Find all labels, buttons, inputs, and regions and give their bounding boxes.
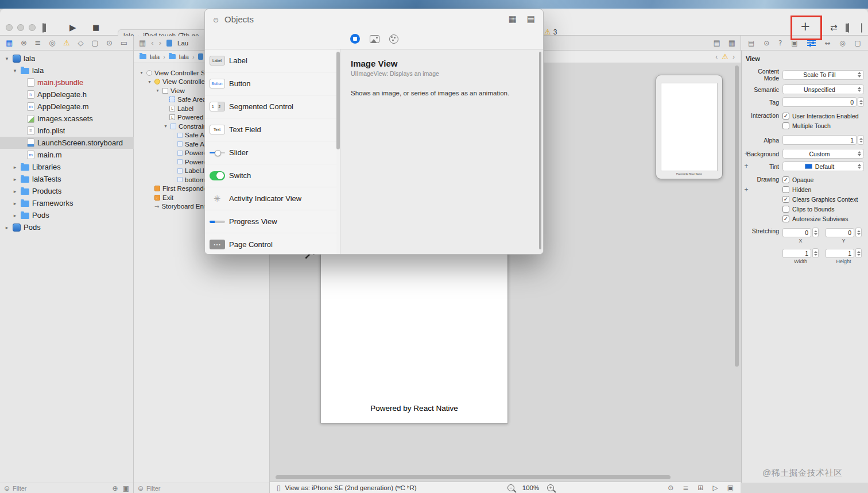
disclosure-icon[interactable]	[12, 164, 18, 170]
navigator-item-lalatests[interactable]: lalaTests	[0, 173, 134, 185]
grid-view-icon[interactable]: ▦	[509, 14, 517, 24]
navigator-item-appdelegate-m[interactable]: m AppDelegate.m	[0, 101, 134, 113]
next-issue-icon[interactable]: ›	[733, 53, 735, 61]
debug-navigator-icon[interactable]: ▢	[91, 38, 98, 47]
clips-to-bounds-checkbox[interactable]	[782, 206, 789, 213]
multiple-touch-checkbox[interactable]	[782, 122, 789, 129]
forward-icon[interactable]: ›	[159, 38, 161, 47]
object-item-segmented-control[interactable]: 1 2 Segmented Control	[205, 95, 336, 118]
navigator-item-products[interactable]: Products	[0, 185, 134, 197]
vertical-scrollbar[interactable]	[735, 66, 739, 367]
breakpoint-navigator-icon[interactable]: ⊙	[106, 38, 113, 47]
editor-options-icon[interactable]: ▦	[728, 38, 735, 47]
zoom-out-icon[interactable]	[507, 484, 514, 491]
stretching-x-field[interactable]: 0	[782, 228, 811, 237]
outline-filter-input[interactable]: Filter	[146, 485, 160, 492]
disclosure-icon[interactable]	[163, 124, 168, 129]
disclosure-icon[interactable]	[12, 201, 18, 206]
warning-status[interactable]: 3	[544, 28, 557, 36]
stop-button[interactable]	[92, 23, 99, 32]
project-navigator-icon[interactable]: ▦	[6, 38, 13, 47]
content-mode-select[interactable]: Scale To Fill	[782, 70, 864, 80]
navigator-item-libraries[interactable]: Libraries	[0, 161, 134, 173]
editor-list-icon[interactable]: ▤	[713, 38, 720, 47]
embed-icon[interactable]: ▣	[727, 484, 734, 492]
resolve-layout-icon[interactable]: ▷	[712, 484, 718, 492]
zoom-in-icon[interactable]	[547, 484, 554, 491]
tab-objects-icon[interactable]	[350, 34, 360, 44]
device-bezels-icon[interactable]	[277, 484, 281, 492]
semantic-select[interactable]: Unspecified	[782, 84, 864, 94]
user-interaction-checkbox[interactable]	[782, 113, 789, 120]
view-controller-canvas[interactable]: Powered by React Native	[320, 240, 508, 423]
recent-files-filter-icon[interactable]: ▣	[123, 484, 129, 492]
back-icon[interactable]: ‹	[151, 38, 153, 47]
history-inspector-icon[interactable]: ⊙	[764, 39, 769, 47]
view-as-label[interactable]: View as: iPhone SE (2nd generation) (ʷC …	[285, 484, 417, 491]
disclosure-icon[interactable]	[4, 56, 10, 61]
navigator-item-main-m[interactable]: m main.m	[0, 149, 134, 161]
accessibility-inspector-icon[interactable]: ▢	[855, 39, 861, 47]
add-constraints-icon[interactable]: ⊞	[698, 484, 703, 492]
tab-media-icon[interactable]	[370, 35, 379, 43]
powered-by-label[interactable]: Powered by React Native	[321, 404, 507, 413]
navigator-item-lala-project[interactable]: lala	[0, 52, 134, 64]
add-file-icon[interactable]: ⊕	[113, 484, 118, 492]
object-item-label[interactable]: Label Label	[205, 49, 336, 72]
run-button[interactable]	[69, 22, 76, 33]
breadcrumb-item[interactable]: lala	[179, 53, 189, 60]
stretching-width-field[interactable]: 1	[782, 249, 811, 258]
breadcrumb-item[interactable]: lala	[150, 53, 160, 60]
navigator-item-launchscreen-storyboard[interactable]: LaunchScreen.storyboard	[0, 137, 134, 149]
update-frames-icon[interactable]: ⊙	[668, 484, 673, 492]
size-inspector-icon[interactable]: ↔	[824, 39, 830, 47]
navigator-item-appdelegate-h[interactable]: h AppDelegate.h	[0, 88, 134, 101]
navigator-item-pods-project[interactable]: Pods	[0, 221, 134, 233]
clears-graphics-checkbox[interactable]	[782, 196, 789, 203]
symbol-navigator-icon[interactable]: ≡	[35, 38, 41, 47]
stretching-width-stepper[interactable]	[812, 248, 819, 258]
quick-help-icon[interactable]: ?	[778, 39, 782, 47]
disclosure-icon[interactable]	[4, 225, 10, 230]
test-navigator-icon[interactable]: ◇	[78, 38, 83, 47]
align-icon[interactable]: ≡	[683, 484, 688, 492]
navigator-toggle-icon[interactable]	[42, 24, 44, 32]
horizontal-scrollbar[interactable]	[276, 475, 671, 479]
add-variation-icon[interactable]: +	[743, 186, 749, 194]
connections-inspector-icon[interactable]: ◎	[839, 39, 845, 47]
disclosure-icon[interactable]	[12, 176, 18, 182]
object-item-slider[interactable]: Slider	[205, 141, 336, 164]
opaque-checkbox[interactable]	[782, 176, 789, 183]
object-item-button[interactable]: Button Button	[205, 72, 336, 95]
object-item-activity-indicator[interactable]: Activity Indicator View	[205, 187, 336, 210]
background-select[interactable]: Custom	[782, 149, 864, 159]
navigator-item-main-jsbundle[interactable]: main.jsbundle	[0, 76, 134, 88]
disclosure-icon[interactable]	[12, 68, 18, 74]
list-view-icon[interactable]: ▤	[527, 14, 535, 24]
tint-select[interactable]: Default	[782, 161, 864, 171]
object-item-progress-view[interactable]: Progress View	[205, 210, 336, 233]
related-items-icon[interactable]: ▦	[139, 38, 146, 47]
issue-navigator-icon[interactable]	[63, 38, 70, 47]
tab-launchscreen[interactable]: Lau	[177, 40, 188, 47]
inspector-toggle-icon[interactable]	[848, 24, 849, 32]
autoresize-subviews-checkbox[interactable]	[782, 215, 789, 222]
tag-stepper[interactable]	[858, 97, 864, 107]
stretching-x-stepper[interactable]	[812, 228, 819, 237]
editor-arrows-icon[interactable]	[830, 22, 838, 33]
disclosure-icon[interactable]	[139, 70, 144, 75]
tag-field[interactable]: 0	[782, 97, 857, 107]
navigator-item-pods-group[interactable]: Pods	[0, 209, 134, 221]
object-item-page-control[interactable]: Page Control	[205, 233, 336, 255]
stretching-y-field[interactable]: 0	[826, 228, 854, 237]
navigator-item-images-xcassets[interactable]: Images.xcassets	[0, 113, 134, 125]
disclosure-icon[interactable]	[12, 213, 18, 218]
alpha-stepper[interactable]	[858, 135, 864, 145]
navigator-item-info-plist[interactable]: Info.plist	[0, 125, 134, 137]
disclosure-icon[interactable]	[147, 79, 152, 84]
minimize-window-button[interactable]	[17, 24, 24, 31]
close-window-button[interactable]	[6, 24, 13, 31]
hidden-checkbox[interactable]	[782, 186, 789, 193]
file-inspector-icon[interactable]: ▤	[748, 39, 754, 47]
object-item-switch[interactable]: Switch	[205, 164, 336, 187]
